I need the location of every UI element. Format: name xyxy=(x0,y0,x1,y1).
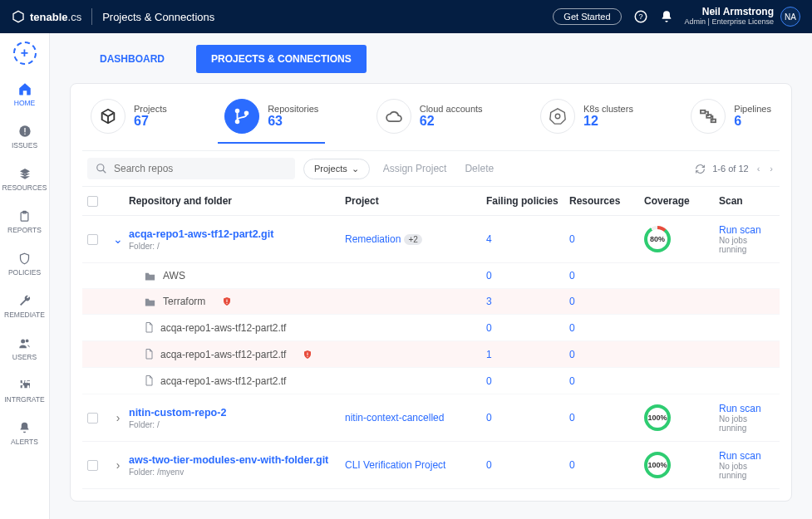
resources-count[interactable]: 0 xyxy=(569,412,644,424)
cloud-icon xyxy=(376,99,411,134)
search-icon xyxy=(96,163,107,174)
nav-policies[interactable]: POLICIES xyxy=(0,244,49,283)
toolbar: Projects⌄ Assign Project Delete 1-6 of 1… xyxy=(82,150,780,187)
nav-resources[interactable]: RESOURCES xyxy=(0,159,49,198)
help-icon[interactable]: ? xyxy=(633,9,648,24)
repo-link[interactable]: acqa-repo1-aws-tf12-part2.git xyxy=(129,228,345,240)
child-row: acqa-repo1-aws-tf12-part2.tf 0 0 xyxy=(82,315,780,341)
project-more-badge: +2 xyxy=(404,234,421,245)
summary-label: Projects xyxy=(134,104,167,114)
resources-count[interactable]: 0 xyxy=(569,296,644,307)
resources-count[interactable]: 0 xyxy=(569,270,644,282)
cube-icon xyxy=(91,99,125,134)
projects-filter-button[interactable]: Projects⌄ xyxy=(303,159,370,179)
child-name[interactable]: AWS xyxy=(163,270,185,282)
project-link[interactable]: Remediation xyxy=(345,233,401,245)
project-link[interactable]: nitin-context-cancelled xyxy=(345,412,444,424)
nav-alerts[interactable]: ALERTS xyxy=(0,414,49,453)
alert-circle-icon xyxy=(17,124,32,139)
nav-users[interactable]: USERS xyxy=(0,329,49,368)
select-all-checkbox[interactable] xyxy=(87,196,98,207)
user-role: Admin | Enterprise License xyxy=(685,18,774,27)
col-repo: Repository and folder xyxy=(129,195,345,207)
tab-dashboard[interactable]: DASHBOARD xyxy=(85,45,180,73)
child-name[interactable]: acqa-repo1-aws-tf12-part2.tf xyxy=(160,375,286,387)
delete-button[interactable]: Delete xyxy=(460,159,499,178)
summary-value: 12 xyxy=(583,114,633,129)
failing-count[interactable]: 0 xyxy=(486,459,569,471)
child-name[interactable]: acqa-repo1-aws-tf12-part2.tf xyxy=(160,349,286,360)
resources-count[interactable]: 0 xyxy=(569,375,644,387)
refresh-icon[interactable] xyxy=(695,164,706,174)
summary-k8s-clusters[interactable]: K8s clusters12 xyxy=(540,99,633,142)
col-coverage: Coverage xyxy=(644,195,719,207)
assign-project-button[interactable]: Assign Project xyxy=(378,159,452,178)
failing-count[interactable]: 0 xyxy=(486,412,569,424)
repo-link[interactable]: nitin-custom-repo-2 xyxy=(129,407,345,419)
table-header: Repository and folder Project Failing po… xyxy=(82,187,780,216)
svg-point-14 xyxy=(555,114,560,119)
summary-projects[interactable]: Projects67 xyxy=(91,99,167,142)
failing-count[interactable]: 1 xyxy=(486,349,569,360)
svg-point-8 xyxy=(21,339,25,343)
svg-point-18 xyxy=(97,164,104,171)
add-button[interactable]: + xyxy=(13,42,37,65)
shield-alert-icon xyxy=(222,296,232,306)
summary-repositories[interactable]: Repositories63 xyxy=(224,99,318,142)
summary-pipelines[interactable]: Pipelines6 xyxy=(691,99,771,142)
home-icon xyxy=(17,81,32,96)
search-input[interactable] xyxy=(114,163,287,174)
brand: tenable.cs xyxy=(12,10,81,23)
failing-count[interactable]: 0 xyxy=(486,375,569,387)
get-started-button[interactable]: Get Started xyxy=(553,8,621,25)
child-name[interactable]: Terraform xyxy=(163,296,205,307)
avatar: NA xyxy=(780,7,800,27)
pager-next[interactable]: › xyxy=(768,162,775,175)
svg-point-10 xyxy=(236,110,239,113)
search-input-wrap[interactable] xyxy=(87,158,295,179)
resources-count[interactable]: 0 xyxy=(569,233,644,245)
folder-icon xyxy=(144,271,156,282)
row-checkbox[interactable] xyxy=(87,460,98,471)
child-row: Terraform 3 0 xyxy=(82,289,780,315)
summary-value: 6 xyxy=(734,114,771,129)
resources-count[interactable]: 0 xyxy=(569,459,644,471)
failing-count[interactable]: 0 xyxy=(486,270,569,282)
tab-projects-connections[interactable]: PROJECTS & CONNECTIONS xyxy=(196,45,367,73)
expand-toggle[interactable]: › xyxy=(112,411,124,424)
pager-prev[interactable]: ‹ xyxy=(755,162,762,175)
row-checkbox[interactable] xyxy=(87,234,98,245)
failing-count[interactable]: 4 xyxy=(486,233,569,245)
row-checkbox[interactable] xyxy=(87,413,98,424)
failing-count[interactable]: 0 xyxy=(486,322,569,334)
col-project: Project xyxy=(345,195,486,207)
failing-count[interactable]: 3 xyxy=(486,296,569,307)
table-row: › aws-two-tier-modules-env-with-folder.g… xyxy=(82,442,780,489)
resources-count[interactable]: 0 xyxy=(569,349,644,360)
col-failing: Failing policies xyxy=(486,195,569,207)
summary-cloud-accounts[interactable]: Cloud accounts62 xyxy=(376,99,483,142)
nav-home[interactable]: HOME xyxy=(0,75,49,114)
svg-marker-13 xyxy=(550,109,565,124)
nav-reports[interactable]: REPORTS xyxy=(0,202,49,241)
child-name[interactable]: acqa-repo1-aws-tf12-part2.tf xyxy=(160,322,286,334)
branch-icon xyxy=(224,99,259,134)
nav-issues[interactable]: ISSUES xyxy=(0,117,49,156)
project-link[interactable]: CLI Verification Project xyxy=(345,459,445,471)
nav-remediate[interactable]: REMEDIATE xyxy=(0,286,49,326)
run-scan-link[interactable]: Run scan xyxy=(719,403,775,414)
notifications-icon[interactable] xyxy=(660,10,673,23)
repo-link[interactable]: aws-two-tier-modules-env-with-folder.git xyxy=(129,454,345,466)
run-scan-link[interactable]: Run scan xyxy=(719,224,775,236)
child-row: acqa-repo1-aws-tf12-part2.tf 0 0 xyxy=(82,368,780,394)
svg-point-12 xyxy=(245,112,249,115)
nav-label: REMEDIATE xyxy=(4,311,45,319)
wrench-icon xyxy=(17,293,32,308)
expand-toggle[interactable]: ⌄ xyxy=(112,233,124,246)
table-row: › nitin-custom-repo-2 Folder: / nitin-co… xyxy=(82,394,780,442)
nav-integrate[interactable]: INTRGRATE xyxy=(0,371,49,410)
resources-count[interactable]: 0 xyxy=(569,322,644,334)
expand-toggle[interactable]: › xyxy=(112,458,124,472)
user-menu[interactable]: Neil Armstrong Admin | Enterprise Licens… xyxy=(685,7,800,27)
run-scan-link[interactable]: Run scan xyxy=(719,450,775,462)
